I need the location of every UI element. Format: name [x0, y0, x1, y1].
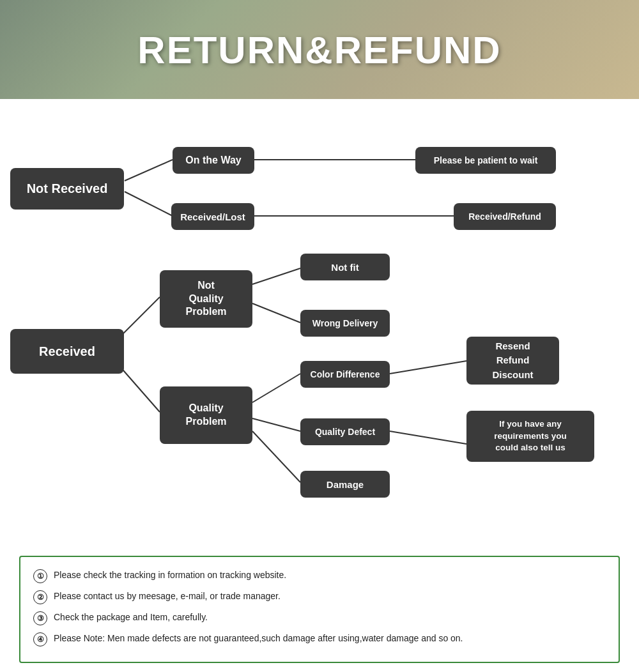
- received-lost-node: Received/Lost: [171, 203, 254, 230]
- note-text-4: Please Note: Men made defects are not gu…: [54, 632, 606, 645]
- svg-line-10: [252, 431, 300, 482]
- resend-refund-node: Resend Refund Discount: [466, 337, 559, 385]
- page-title: RETURN&REFUND: [137, 27, 501, 72]
- svg-line-6: [252, 268, 300, 284]
- svg-line-11: [390, 361, 466, 374]
- quality-defect-node: Quality Defect: [300, 418, 390, 445]
- svg-line-12: [390, 431, 466, 444]
- note-number-3: ③: [33, 611, 47, 625]
- main-content: Not Received On the Way Received/Lost Pl…: [0, 99, 639, 672]
- received-refund-node: Received/Refund: [454, 203, 556, 230]
- color-difference-node: Color Difference: [300, 361, 390, 388]
- note-number-1: ①: [33, 569, 47, 583]
- received-node: Received: [10, 329, 124, 374]
- note-item-1: ① Please check the tracking in formation…: [33, 569, 606, 583]
- not-quality-node: Not Quality Problem: [160, 270, 252, 328]
- damage-node: Damage: [300, 471, 390, 498]
- wrong-delivery-node: Wrong Delivery: [300, 310, 390, 337]
- svg-line-9: [252, 418, 300, 431]
- notes-section: ① Please check the tracking in formation…: [19, 556, 620, 663]
- quality-problem-node: Quality Problem: [160, 386, 252, 444]
- note-item-3: ③ Check the package and Item, carefully.: [33, 611, 606, 625]
- note-text-3: Check the package and Item, carefully.: [54, 611, 606, 624]
- note-item-4: ④ Please Note: Men made defects are not …: [33, 632, 606, 646]
- svg-line-8: [252, 374, 300, 402]
- requirements-node: If you have any requirements you could a…: [466, 411, 594, 462]
- note-text-1: Please check the tracking in formation o…: [54, 569, 606, 582]
- header-banner: RETURN&REFUND: [0, 0, 639, 99]
- note-item-2: ② Please contact us by meesage, e-mail, …: [33, 590, 606, 604]
- not-fit-node: Not fit: [300, 254, 390, 280]
- on-the-way-node: On the Way: [173, 147, 254, 174]
- note-text-2: Please contact us by meesage, e-mail, or…: [54, 590, 606, 603]
- note-number-2: ②: [33, 590, 47, 604]
- not-received-node: Not Received: [10, 168, 124, 210]
- flow-diagram: Not Received On the Way Received/Lost Pl…: [6, 112, 633, 546]
- svg-line-1: [125, 192, 173, 216]
- svg-line-7: [252, 303, 300, 323]
- svg-line-0: [125, 160, 173, 181]
- note-number-4: ④: [33, 632, 47, 646]
- please-wait-node: Please be patient to wait: [415, 147, 556, 174]
